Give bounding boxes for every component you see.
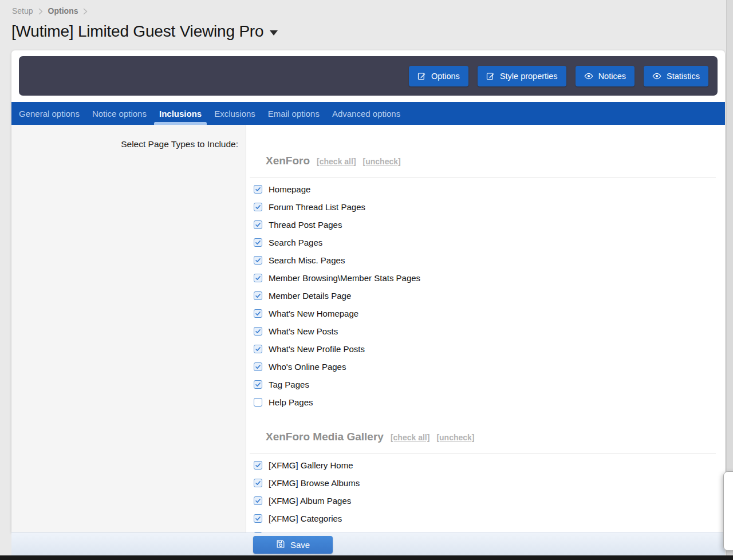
checkbox-item-label[interactable]: What's New Profile Posts: [269, 344, 365, 354]
checkbox-what-s-new-homepage[interactable]: [254, 309, 262, 318]
checkbox-item: [XFMG] Album Pages: [246, 492, 725, 510]
form-body: Select Page Types to Include: XenForo[ch…: [11, 125, 725, 533]
content-card: OptionsStyle propertiesNoticesStatistics…: [11, 50, 725, 533]
options-button[interactable]: Options: [409, 66, 468, 86]
header-toolbar: OptionsStyle propertiesNoticesStatistics: [19, 56, 718, 96]
checkbox-list: HomepageForum Thread List PagesThread Po…: [246, 178, 725, 411]
checkbox-who-s-online-pages[interactable]: [254, 362, 262, 371]
page-title-dropdown[interactable]: [Wutime] Limited Guest Viewing Pro: [11, 22, 278, 41]
checkbox-item-label[interactable]: [XFMG] Album Pages: [269, 496, 351, 506]
tab-exclusions[interactable]: Exclusions: [208, 102, 262, 125]
checkbox-item: Member Details Page: [246, 287, 725, 305]
checkbox-item-label[interactable]: What's New Homepage: [269, 309, 358, 318]
checkbox-item-label[interactable]: Help Pages: [269, 397, 313, 407]
checkbox-item-label[interactable]: [XFMG] Categories: [269, 514, 342, 523]
chevron-right-icon: [83, 8, 88, 15]
checkbox-item: [XFMG] Browse Albums: [246, 474, 725, 492]
checkbox-xfmg-categories[interactable]: [254, 514, 262, 523]
toolbar-button-label: Style properties: [500, 72, 558, 81]
eye-icon: [652, 72, 661, 81]
page-title: [Wutime] Limited Guest Viewing Pro: [11, 22, 263, 41]
checkbox-item: Homepage: [246, 180, 725, 198]
notices-button[interactable]: Notices: [576, 66, 635, 86]
chevron-down-icon: [270, 30, 278, 36]
checkbox-item-label[interactable]: Search Misc. Pages: [269, 255, 345, 265]
page-type-section-xenforo: XenForo[check all][uncheck]HomepageForum…: [246, 155, 725, 411]
breadcrumb: SetupOptions: [12, 6, 88, 15]
tab-inclusions[interactable]: Inclusions: [153, 102, 208, 125]
section-heading: XenForo Media Gallery: [266, 431, 384, 443]
eye-icon: [584, 72, 593, 81]
uncheck-link[interactable]: [uncheck]: [363, 157, 401, 166]
check-all-link[interactable]: [check all]: [317, 157, 356, 166]
section-heading-row: XenForo Media Gallery[check all][uncheck…: [266, 431, 716, 443]
save-bar: Save: [11, 533, 725, 555]
checkbox-member-browsing-member-stats-pages[interactable]: [254, 274, 262, 282]
statistics-button[interactable]: Statistics: [644, 66, 708, 86]
tab-email-options[interactable]: Email options: [262, 102, 326, 125]
checkbox-item: [246, 527, 725, 533]
viewport-bottom-edge: [0, 555, 733, 560]
edit-icon: [417, 72, 426, 80]
checkbox-item: [XFMG] Categories: [246, 510, 725, 527]
checkbox-member-details-page[interactable]: [254, 291, 262, 300]
checkbox-item: Search Pages: [246, 234, 725, 251]
checkbox-item-label[interactable]: Forum Thread List Pages: [269, 202, 365, 212]
checkbox-tag-pages[interactable]: [254, 380, 262, 389]
checkbox-item-label[interactable]: [XFMG] Gallery Home: [269, 460, 353, 470]
toolbar-button-label: Options: [431, 72, 460, 81]
checkbox-item: What's New Homepage: [246, 305, 725, 322]
breadcrumb-item-setup[interactable]: Setup: [12, 6, 33, 15]
checkbox-item-label[interactable]: Member Browsing\Member Stats Pages: [269, 273, 420, 283]
check-all-link[interactable]: [check all]: [391, 433, 429, 442]
checkbox-search-pages[interactable]: [254, 238, 262, 247]
checkbox-item: Tag Pages: [246, 376, 725, 393]
tab-general-options[interactable]: General options: [13, 102, 86, 125]
checkbox-homepage[interactable]: [254, 185, 262, 194]
checkbox-item: Forum Thread List Pages: [246, 198, 725, 216]
page-type-section-xenforo-media-gallery: XenForo Media Gallery[check all][uncheck…: [246, 431, 725, 533]
checkbox-item-label[interactable]: What's New Posts: [269, 326, 338, 336]
checkbox-item: What's New Posts: [246, 322, 725, 340]
checkbox-help-pages[interactable]: [254, 398, 262, 407]
checkbox-list: [XFMG] Gallery Home[XFMG] Browse Albums[…: [246, 454, 725, 533]
checkbox-what-s-new-profile-posts[interactable]: [254, 345, 262, 353]
checkbox-item: Search Misc. Pages: [246, 251, 725, 269]
checkbox-what-s-new-posts[interactable]: [254, 327, 262, 336]
checkbox-item-label[interactable]: Homepage: [269, 184, 310, 194]
checkbox-item-label[interactable]: Who's Online Pages: [269, 362, 346, 372]
checkbox-item: Help Pages: [246, 393, 725, 411]
section-heading-row: XenForo[check all][uncheck]: [266, 155, 716, 167]
floppy-disk-icon: [276, 539, 285, 550]
chevron-right-icon: [38, 8, 43, 15]
checkbox-item-label[interactable]: Thread Post Pages: [269, 220, 342, 230]
checkbox-item-label[interactable]: Search Pages: [269, 238, 322, 247]
checkbox-search-misc-pages[interactable]: [254, 256, 262, 265]
style-properties-button[interactable]: Style properties: [478, 66, 566, 86]
breadcrumb-item-options[interactable]: Options: [48, 6, 78, 15]
tab-advanced-options[interactable]: Advanced options: [326, 102, 407, 125]
checkbox-xfmg-browse-albums[interactable]: [254, 479, 262, 487]
save-button-label: Save: [290, 540, 310, 550]
toolbar-button-label: Notices: [598, 72, 626, 81]
checkbox-xfmg-album-pages[interactable]: [254, 496, 262, 505]
tab-notice-options[interactable]: Notice options: [86, 102, 153, 125]
checkbox-item-label[interactable]: [XFMG] Browse Albums: [269, 478, 360, 488]
save-button[interactable]: Save: [253, 536, 333, 554]
checkbox-item: [XFMG] Gallery Home: [246, 456, 725, 474]
form-input-column: XenForo[check all][uncheck]HomepageForum…: [246, 125, 725, 533]
checkbox-xfmg-gallery-home[interactable]: [254, 461, 262, 470]
admin-options-page: SetupOptions [Wutime] Limited Guest View…: [0, 0, 733, 560]
form-label-column: Select Page Types to Include:: [11, 125, 246, 533]
uncheck-link[interactable]: [uncheck]: [436, 433, 474, 442]
toolbar-button-label: Statistics: [667, 72, 700, 81]
checkbox-item: Thread Post Pages: [246, 216, 725, 234]
section-heading: XenForo: [266, 155, 310, 167]
checkbox-item-label[interactable]: Member Details Page: [269, 291, 351, 301]
form-row-label: Select Page Types to Include:: [11, 139, 238, 149]
checkbox-thread-post-pages[interactable]: [254, 220, 262, 229]
checkbox-item-label[interactable]: Tag Pages: [269, 380, 309, 389]
edit-icon: [486, 72, 495, 80]
checkbox-forum-thread-list-pages[interactable]: [254, 203, 262, 211]
checkbox-item: Who's Online Pages: [246, 358, 725, 376]
